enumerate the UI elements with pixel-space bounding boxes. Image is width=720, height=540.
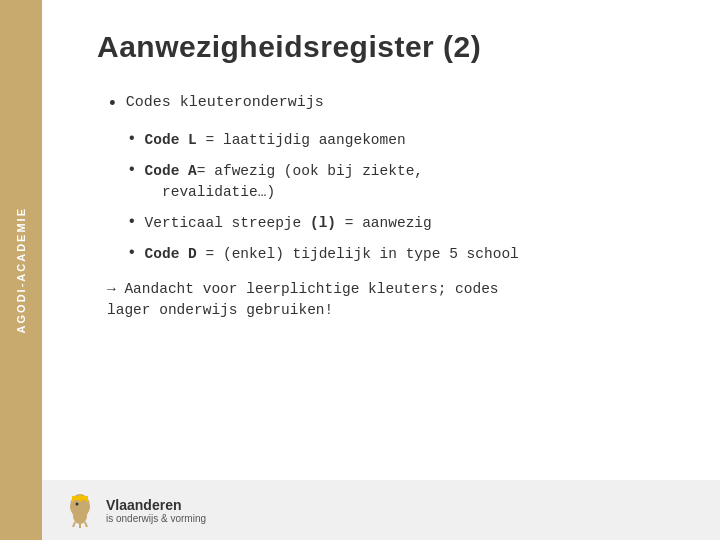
code-l-rest: = laattijdig aangekomen — [197, 132, 406, 148]
logo-sub-text: is onderwijs & vorming — [106, 513, 206, 524]
main-content: Aanwezigheidsregister (2) • Codes kleute… — [42, 0, 720, 540]
bottom-bar: Vlaanderen is onderwijs & vorming — [42, 480, 720, 540]
svg-line-2 — [73, 522, 75, 527]
verticaal-text: Verticaal streepje — [145, 215, 310, 231]
arrow-note: → Aandacht voor leerplichtige kleuters; … — [107, 279, 680, 323]
sub-bullet-1: • Code L = laattijdig aangekomen — [127, 130, 680, 151]
bullet-dot-main: • — [107, 94, 118, 116]
sub-bullet-2: • Code A= afwezig (ook bij ziekte, reval… — [127, 161, 680, 203]
svg-rect-7 — [72, 496, 74, 502]
bullet-dot-1: • — [127, 130, 137, 149]
sub-bullet-1-text: Code L = laattijdig aangekomen — [145, 130, 406, 151]
svg-point-1 — [73, 508, 87, 524]
svg-line-4 — [85, 522, 87, 527]
title-suffix: (2) — [443, 30, 481, 63]
arrow-note-line1: → Aandacht voor leerplichtige kleuters; … — [107, 281, 499, 297]
title-text: Aanwezigheidsregister — [97, 30, 434, 63]
code-d-rest: = (enkel) tijdelijk in type 5 school — [197, 246, 519, 262]
sub-bullet-2-text: Code A= afwezig (ook bij ziekte, revalid… — [145, 161, 423, 203]
sidebar-bar: AGODI-ACADEMIE — [0, 0, 42, 540]
bullet-dot-4: • — [127, 244, 137, 263]
svg-point-5 — [76, 503, 79, 506]
sub-bullet-4: • Code D = (enkel) tijdelijk in type 5 s… — [127, 244, 680, 265]
verticaal-rest: = aanwezig — [336, 215, 432, 231]
sub-bullet-3: • Verticaal streepje (l) = aanwezig — [127, 213, 680, 234]
logo-vlaanderen: Vlaanderen is onderwijs & vorming — [62, 492, 206, 528]
code-d-bold: Code D — [145, 246, 197, 262]
sidebar-label: AGODI-ACADEMIE — [15, 207, 27, 333]
bullet-dot-2: • — [127, 161, 137, 180]
slide: AGODI-ACADEMIE Aanwezigheidsregister (2)… — [0, 0, 720, 540]
sub-bullets-list: • Code L = laattijdig aangekomen • Code … — [127, 130, 680, 265]
slide-title: Aanwezigheidsregister (2) — [97, 30, 680, 64]
main-bullet-item: • Codes kleuteronderwijs — [97, 94, 680, 116]
logo-text-block: Vlaanderen is onderwijs & vorming — [106, 497, 206, 524]
code-a-bold: Code A — [145, 163, 197, 179]
bullet-dot-3: • — [127, 213, 137, 232]
sub-bullet-3-text: Verticaal streepje (l) = aanwezig — [145, 213, 432, 234]
sub-bullet-4-text: Code D = (enkel) tijdelijk in type 5 sch… — [145, 244, 519, 265]
svg-rect-8 — [79, 494, 81, 502]
lion-icon — [62, 492, 98, 528]
verticaal-bold: (l) — [310, 215, 336, 231]
code-l-bold: Code L — [145, 132, 197, 148]
svg-rect-9 — [86, 496, 88, 502]
main-bullet-text: Codes kleuteronderwijs — [126, 94, 324, 111]
logo-vlaanderen-text: Vlaanderen — [106, 497, 206, 513]
arrow-note-line2: lager onderwijs gebruiken! — [107, 302, 333, 318]
